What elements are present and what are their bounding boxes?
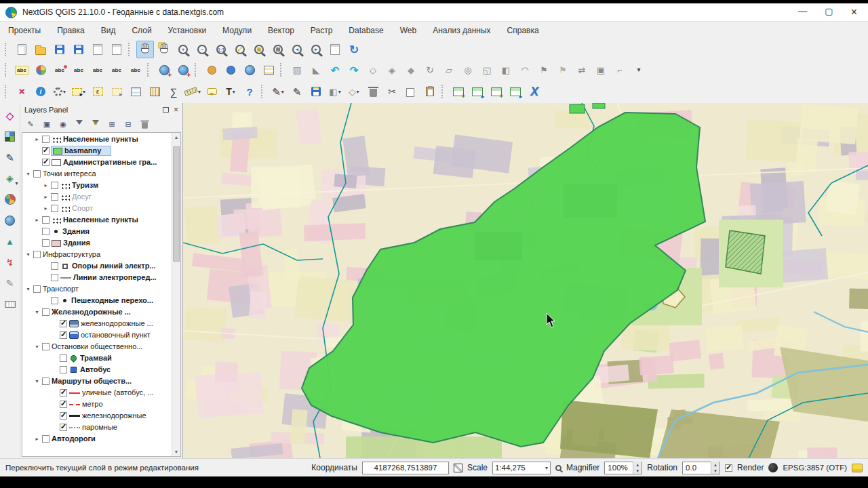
layer-checkbox[interactable] <box>33 285 41 293</box>
paste-features-icon[interactable] <box>421 83 439 100</box>
magnifier-spinbox[interactable]: 100% ▲▼ <box>604 462 642 474</box>
coordinates-input[interactable] <box>362 462 449 474</box>
open-project-icon[interactable] <box>32 41 50 58</box>
layer-checkbox[interactable] <box>60 354 67 362</box>
layer-checkbox[interactable] <box>33 170 41 178</box>
menu-анализ-данных[interactable]: Анализ данных <box>431 24 492 37</box>
redo-icon[interactable]: ↷ <box>345 61 363 79</box>
layer-label[interactable]: Административные гра... <box>63 159 157 166</box>
layer-label[interactable]: метро <box>82 401 103 408</box>
move-feature-icon[interactable]: ⇄ <box>573 61 591 79</box>
rotation-spinbox[interactable]: 0.0 ▲▼ <box>682 462 720 474</box>
layer-label[interactable]: Спорт <box>72 205 93 212</box>
pin-labels-icon[interactable]: abc <box>51 61 68 79</box>
checker-tool-icon[interactable]: ▨ <box>288 61 306 79</box>
current-edits-icon[interactable]: ✎▾ <box>269 83 287 100</box>
layer-label[interactable]: Инфраструктура <box>43 251 100 258</box>
layer-tree-item[interactable]: Пешеходные перехо... <box>22 295 172 306</box>
statistical-summary-icon[interactable]: ∑ <box>165 83 182 100</box>
flag-tool-icon[interactable]: ⚑ <box>535 61 553 79</box>
osm-download-icon[interactable] <box>203 61 220 79</box>
chevron-down-icon[interactable]: ▾ <box>545 465 548 471</box>
layer-tree-item[interactable]: ▾Остановки общественно... <box>22 341 172 352</box>
layer-label[interactable]: Трамвай <box>80 354 112 362</box>
menu-растр[interactable]: Растр <box>309 24 334 37</box>
maximize-button[interactable]: ▢ <box>825 6 833 18</box>
new-project-icon[interactable] <box>13 41 31 58</box>
layer-checkbox[interactable] <box>42 136 50 143</box>
layers-scrollbar[interactable]: ▲ ▼ <box>172 133 180 456</box>
zoom-in-icon[interactable]: + <box>174 41 192 58</box>
layer-label[interactable]: Остановки общественно... <box>52 343 142 350</box>
map-tips-icon[interactable] <box>203 83 220 100</box>
delete-selected-icon[interactable] <box>364 83 382 100</box>
add-ring-icon[interactable]: ◎ <box>459 61 477 79</box>
style-tool-icon[interactable]: + <box>13 83 31 100</box>
layer-tree-item[interactable]: ▾Железнодорожные ... <box>22 306 172 318</box>
undo-icon[interactable]: ↶ <box>326 61 344 79</box>
measure-icon[interactable]: ▾ <box>184 83 201 100</box>
menu-правка[interactable]: Правка <box>56 24 86 37</box>
layer-label[interactable]: Пешеходные перехо... <box>71 297 153 304</box>
layer-checkbox[interactable] <box>60 424 67 431</box>
scrollbar-thumb[interactable] <box>173 146 180 262</box>
add-feature-icon[interactable]: ◧▾ <box>326 83 344 100</box>
dropdown-arrow-icon[interactable]: ▾ <box>198 89 201 95</box>
dropdown-arrow-icon[interactable]: ▾ <box>233 89 235 95</box>
layer-checkbox[interactable] <box>42 216 50 224</box>
layer-tree-item[interactable]: ▸Автодороги <box>22 433 172 445</box>
layer-label[interactable]: Досуг <box>72 193 92 201</box>
flag-tool-2-icon[interactable]: ⚑ <box>554 61 572 79</box>
identify-features-icon[interactable]: i <box>32 83 50 100</box>
open-attribute-table-icon[interactable] <box>127 83 144 100</box>
coordinate-capture-icon[interactable] <box>155 61 173 79</box>
layer-label[interactable]: железнодорожные <box>82 412 146 420</box>
add-group-icon[interactable]: ▣ <box>40 117 54 131</box>
zoom-full-icon[interactable]: ⤢ <box>231 41 249 58</box>
expander-icon[interactable]: ▾ <box>34 344 40 350</box>
zoom-to-selection-icon[interactable]: ▣ <box>250 41 268 58</box>
magnifier-lock-icon[interactable] <box>555 465 561 471</box>
zoom-to-layer-icon[interactable]: ▤ <box>269 41 287 58</box>
layer-label[interactable]: Линии электроперед... <box>73 274 157 281</box>
save-project-as-icon[interactable] <box>70 41 87 58</box>
expand-all-icon[interactable]: ⊞ <box>105 117 119 131</box>
messages-icon[interactable] <box>852 464 863 472</box>
close-button[interactable]: × <box>851 6 857 18</box>
dropdown-arrow-icon[interactable]: ▾ <box>281 89 284 95</box>
osm-sphere-icon[interactable] <box>222 61 239 79</box>
menu-модули[interactable]: Модули <box>221 24 253 37</box>
layer-checkbox[interactable] <box>60 366 67 373</box>
cut-features-icon[interactable]: ✂ <box>383 83 401 100</box>
new-map-view-icon[interactable] <box>326 41 344 58</box>
layer-label[interactable]: железнодорожные ... <box>81 320 153 327</box>
rotate-label-icon[interactable]: abc <box>108 61 125 79</box>
export-excel-icon[interactable]: X <box>526 83 543 100</box>
nextgis-connect-icon[interactable]: ◇ <box>2 107 18 123</box>
layer-label[interactable]: уличные (автобус, ... <box>82 389 153 396</box>
attribute-tool-2-icon[interactable] <box>469 83 486 100</box>
spin-down-icon[interactable]: ▼ <box>633 468 642 474</box>
layer-checkbox[interactable] <box>60 412 67 420</box>
layer-label[interactable]: Железнодорожные ... <box>52 308 131 316</box>
raster-tools-icon[interactable] <box>2 128 18 144</box>
remove-layer-icon[interactable] <box>138 117 151 131</box>
layer-label[interactable]: Маршруты обществ... <box>52 378 132 385</box>
spin-up-icon[interactable]: ▲ <box>711 462 719 468</box>
copy-features-icon[interactable] <box>402 83 420 100</box>
virtual-keyboard-icon[interactable] <box>2 296 18 312</box>
layer-label[interactable]: Населенные пункты <box>63 136 138 143</box>
change-label-icon[interactable]: abc <box>127 61 144 79</box>
layer-checkbox[interactable] <box>51 297 58 304</box>
menu-установки[interactable]: Установки <box>167 24 208 37</box>
layer-tree-item[interactable]: Автобус <box>22 364 172 375</box>
expander-icon[interactable]: ▾ <box>25 171 31 177</box>
filter-legend-icon[interactable] <box>73 117 86 131</box>
layer-tree-item[interactable]: железнодорожные ... <box>22 318 172 329</box>
edit-vector-icon[interactable]: ✎ <box>2 275 18 291</box>
trim-extend-icon[interactable]: ⌐ <box>611 61 629 79</box>
expander-icon[interactable]: ▸ <box>34 136 40 142</box>
menu-web[interactable]: Web <box>399 24 418 37</box>
crs-status-icon[interactable] <box>768 463 778 472</box>
layer-label[interactable]: остановочный пункт <box>81 331 151 339</box>
